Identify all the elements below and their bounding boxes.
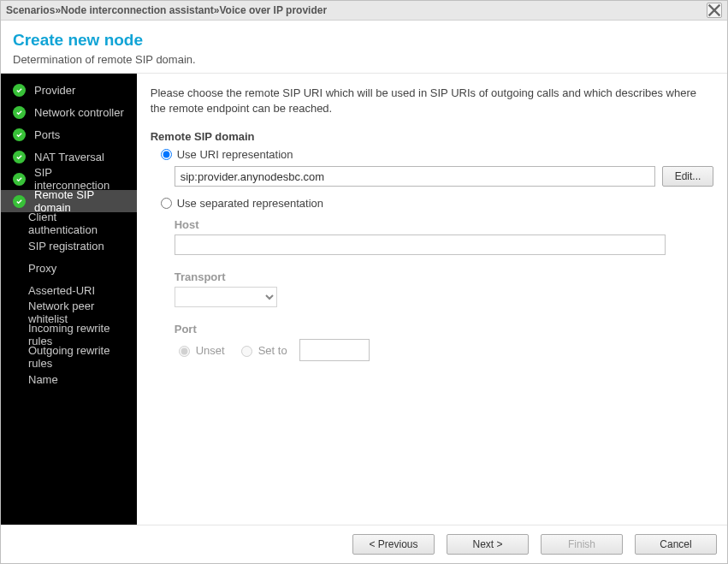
sidebar-item-incoming-rewrite-rules[interactable]: Incoming rewrite rules [1, 324, 137, 346]
transport-label: Transport [175, 270, 713, 283]
breadcrumb-sep: » [55, 4, 61, 16]
sidebar-item-label: Asserted-URI [28, 284, 95, 297]
sidebar-item-label: NAT Traversal [34, 151, 104, 163]
check-icon [13, 173, 26, 186]
radio-uri-representation[interactable] [161, 149, 172, 160]
transport-select[interactable] [175, 287, 277, 307]
check-icon [13, 128, 26, 141]
radio-port-unset[interactable] [179, 346, 190, 357]
sidebar-item-label: Network controller [34, 106, 124, 119]
sidebar-item-asserted-uri[interactable]: Asserted-URI [1, 279, 137, 301]
body: Provider Network controller Ports NAT Tr… [1, 74, 727, 525]
wizard-window: Scenarios » Node interconnection assista… [0, 0, 728, 564]
sidebar-item-label: Name [28, 373, 58, 386]
uri-input[interactable] [175, 166, 655, 187]
header: Create new node Determination of remote … [1, 21, 727, 74]
check-icon [13, 195, 26, 208]
section-title-remote-sip-domain: Remote SIP domain [151, 130, 713, 143]
content: Please choose the remote SIP URI which w… [137, 74, 727, 525]
sidebar-item-label: Outgoing rewrite rules [28, 344, 128, 370]
sidebar-item-sip-registration[interactable]: SIP registration [1, 235, 137, 257]
sidebar: Provider Network controller Ports NAT Tr… [1, 74, 137, 525]
sidebar-item-network-controller[interactable]: Network controller [1, 101, 137, 123]
sidebar-item-label: Proxy [28, 262, 56, 275]
check-icon [13, 106, 26, 119]
host-label: Host [175, 218, 713, 231]
radio-port-unset-label: Unset [196, 344, 225, 357]
sidebar-item-label: Provider [34, 84, 75, 97]
check-icon [13, 84, 26, 97]
sidebar-item-client-authentication[interactable]: Client authentication [1, 212, 137, 235]
previous-button[interactable]: < Previous [352, 534, 435, 555]
close-icon [707, 3, 721, 17]
page-subtitle: Determination of remote SIP domain. [13, 53, 715, 66]
sidebar-item-sip-interconnection[interactable]: SIP interconnection [1, 168, 137, 190]
port-input[interactable] [299, 339, 370, 361]
intro-text: Please choose the remote SIP URI which w… [151, 86, 713, 116]
sidebar-item-label: Client authentication [28, 211, 128, 236]
sidebar-item-network-peer-whitelist[interactable]: Network peer whitelist [1, 301, 137, 324]
radio-port-setto-label: Set to [258, 344, 287, 357]
footer: < Previous Next > Finish Cancel [1, 525, 727, 563]
sidebar-item-nat-traversal[interactable]: NAT Traversal [1, 145, 137, 168]
sidebar-item-label: SIP registration [28, 240, 104, 252]
sidebar-item-provider[interactable]: Provider [1, 79, 137, 101]
next-button[interactable]: Next > [447, 534, 529, 555]
sidebar-item-label: Ports [34, 128, 60, 141]
check-icon [13, 151, 26, 163]
breadcrumb-part-2: Node interconnection assistant [61, 4, 214, 16]
radio-uri-representation-label: Use URI representation [177, 148, 293, 161]
finish-button[interactable]: Finish [541, 534, 623, 555]
cancel-button[interactable]: Cancel [635, 534, 717, 555]
sidebar-item-ports[interactable]: Ports [1, 123, 137, 145]
radio-separated-representation-label: Use separated representation [177, 197, 323, 210]
sidebar-item-proxy[interactable]: Proxy [1, 257, 137, 279]
titlebar: Scenarios » Node interconnection assista… [1, 1, 727, 21]
sidebar-item-remote-sip-domain[interactable]: Remote SIP domain [1, 190, 137, 212]
radio-port-setto[interactable] [241, 346, 252, 357]
breadcrumb-part-1: Scenarios [6, 4, 55, 16]
radio-separated-representation[interactable] [161, 198, 172, 209]
close-button[interactable] [707, 3, 722, 18]
breadcrumb-sep: » [214, 4, 220, 16]
port-label: Port [175, 323, 713, 335]
host-input[interactable] [175, 235, 666, 255]
breadcrumb-part-3: Voice over IP provider [219, 4, 327, 16]
edit-button[interactable]: Edit... [662, 166, 713, 187]
sidebar-item-name[interactable]: Name [1, 368, 137, 390]
sidebar-item-outgoing-rewrite-rules[interactable]: Outgoing rewrite rules [1, 346, 137, 368]
page-title: Create new node [13, 31, 715, 50]
